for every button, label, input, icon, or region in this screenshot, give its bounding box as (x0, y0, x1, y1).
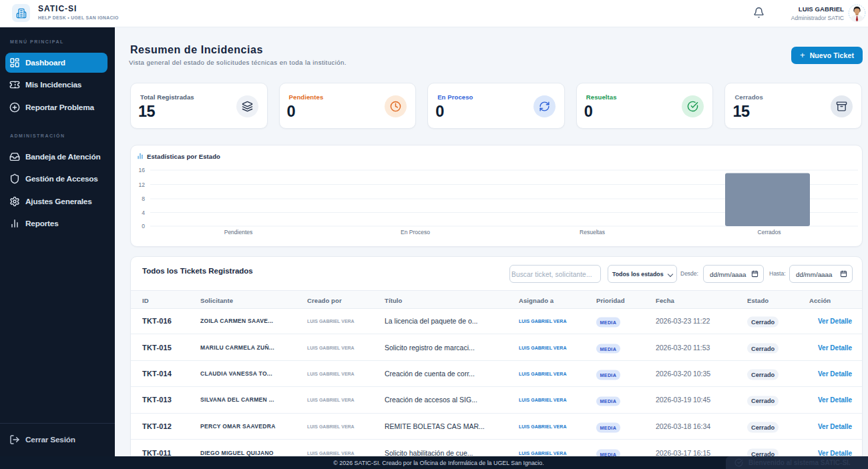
svg-text:Pendientes: Pendientes (224, 229, 253, 236)
svg-text:Cerrados: Cerrados (758, 229, 781, 236)
svg-text:4: 4 (142, 209, 145, 216)
svg-text:16: 16 (139, 167, 146, 173)
svg-text:0: 0 (142, 223, 145, 229)
svg-text:En Proceso: En Proceso (401, 229, 430, 236)
svg-text:Resueltas: Resueltas (580, 229, 605, 236)
svg-text:12: 12 (139, 181, 146, 188)
svg-text:8: 8 (142, 195, 145, 202)
